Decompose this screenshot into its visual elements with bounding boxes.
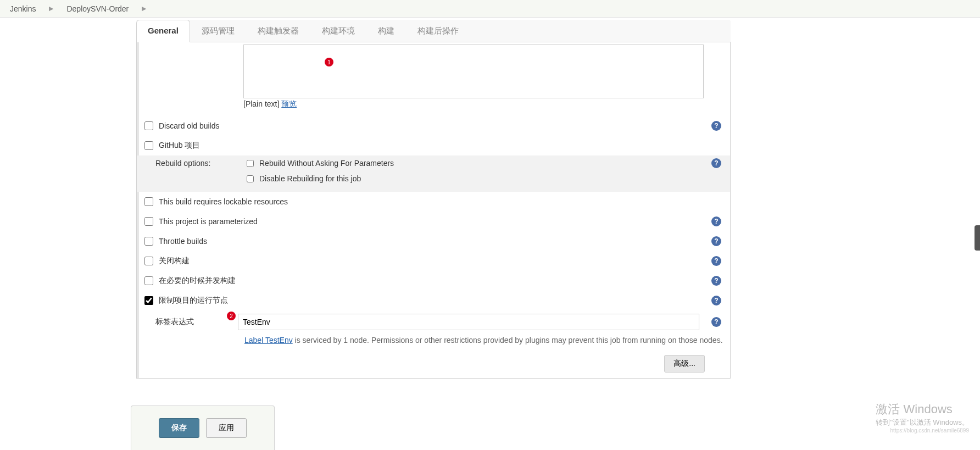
tab-env[interactable]: 构建环境 — [310, 20, 366, 42]
advanced-button[interactable]: 高级... — [664, 355, 705, 373]
tab-scm[interactable]: 源码管理 — [190, 20, 246, 42]
section-general: 1 [Plain text] 预览 Discard old builds ? G… — [136, 42, 731, 379]
checkbox-disable-build[interactable] — [144, 257, 153, 265]
row-concurrent: 在必要的时候并发构建 ? — [137, 271, 730, 291]
label-disable-build: 关闭构建 — [159, 256, 190, 266]
label-restrict-node: 限制项目的运行节点 — [159, 296, 228, 305]
row-throttle: Throttle builds ? — [137, 231, 730, 251]
tab-general[interactable]: General — [136, 20, 190, 42]
help-icon[interactable]: ? — [711, 317, 721, 327]
config-tabbar: General 源码管理 构建触发器 构建环境 构建 构建后操作 — [136, 20, 731, 42]
label-rebuild-without-params: Rebuild Without Asking For Parameters — [259, 159, 394, 168]
row-restrict-node: 限制项目的运行节点 ? — [137, 291, 730, 310]
label-rebuild-options: Rebuild options: — [155, 159, 210, 168]
checkbox-concurrent[interactable] — [144, 276, 153, 285]
label-disable-rebuild: Disable Rebuilding for this job — [259, 174, 361, 183]
label-link[interactable]: Label TestEnv — [244, 336, 293, 345]
label-github-project: GitHub 项目 — [159, 141, 200, 151]
row-lockable-resources: This build requires lockable resources — [137, 192, 730, 212]
marker-2-icon: 2 — [227, 312, 236, 320]
label-expression-title: 标签表达式 — [155, 317, 194, 326]
label-concurrent: 在必要的时候并发构建 — [159, 276, 236, 286]
tab-post[interactable]: 构建后操作 — [406, 20, 470, 42]
checkbox-discard-old-builds[interactable] — [144, 121, 153, 130]
label-lockable-resources: This build requires lockable resources — [159, 197, 288, 206]
row-github-project: GitHub 项目 — [137, 136, 730, 155]
checkbox-disable-rebuild[interactable] — [247, 175, 254, 182]
row-label-expression: 标签表达式 2 ? — [137, 310, 730, 334]
breadcrumb-root[interactable]: Jenkins — [10, 4, 36, 13]
row-disable-rebuild: Disable Rebuilding for this job — [137, 171, 730, 192]
help-icon[interactable]: ? — [711, 296, 721, 305]
help-icon[interactable]: ? — [711, 236, 721, 246]
row-rebuild-without: Rebuild options: Rebuild Without Asking … — [137, 155, 730, 171]
label-parameterized: This project is parameterized — [159, 217, 258, 226]
help-icon[interactable]: ? — [711, 276, 721, 286]
preview-link[interactable]: 预览 — [281, 99, 297, 108]
tab-triggers[interactable]: 构建触发器 — [246, 20, 310, 42]
checkbox-lockable-resources[interactable] — [144, 197, 153, 206]
chevron-right-icon: ▶ — [142, 5, 146, 12]
tab-build[interactable]: 构建 — [366, 20, 406, 42]
description-textarea[interactable] — [243, 45, 704, 98]
label-throttle: Throttle builds — [159, 237, 207, 246]
help-icon[interactable]: ? — [711, 216, 721, 226]
checkbox-parameterized[interactable] — [144, 217, 153, 226]
help-icon[interactable]: ? — [711, 158, 721, 168]
row-discard-old-builds: Discard old builds ? — [137, 116, 730, 136]
label-expression-input[interactable] — [238, 314, 699, 330]
checkbox-rebuild-without-params[interactable] — [247, 160, 254, 167]
chevron-right-icon: ▶ — [49, 5, 53, 12]
help-icon[interactable]: ? — [711, 256, 721, 266]
description-area: 1 [Plain text] 预览 — [243, 42, 704, 109]
label-expression-hint: Label TestEnv is serviced by 1 node. Per… — [137, 334, 730, 353]
plain-text-label: [Plain text] — [243, 99, 281, 108]
row-parameterized: This project is parameterized ? — [137, 212, 730, 231]
label-discard-old-builds: Discard old builds — [159, 121, 220, 130]
checkbox-throttle[interactable] — [144, 237, 153, 246]
checkbox-github-project[interactable] — [144, 141, 153, 150]
help-icon[interactable]: ? — [711, 121, 721, 131]
row-disable-build: 关闭构建 ? — [137, 251, 730, 271]
checkbox-restrict-node[interactable] — [144, 296, 153, 305]
breadcrumb: Jenkins ▶ DeploySVN-Order ▶ — [0, 0, 980, 18]
breadcrumb-job[interactable]: DeploySVN-Order — [66, 4, 129, 13]
right-edge-handle[interactable] — [975, 225, 980, 251]
label-hint-text: is serviced by 1 node. Permissions or ot… — [293, 336, 723, 345]
